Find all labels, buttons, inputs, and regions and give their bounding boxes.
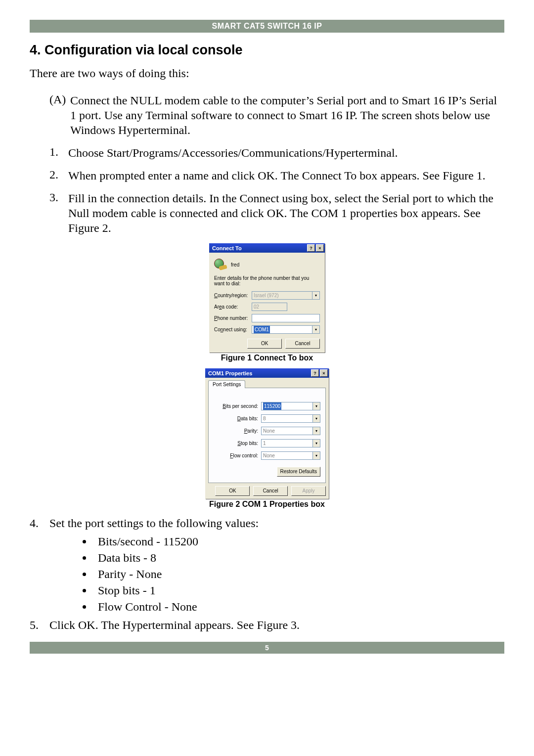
option-a-text: Connect the NULL modem cable to the comp… (68, 93, 504, 137)
stopbits-select[interactable]: 1 (261, 439, 313, 447)
help-icon[interactable]: ? (311, 369, 319, 377)
step-4: 4. Set the port settings to the followin… (30, 517, 504, 530)
step-text: Fill in the connection details. In the C… (68, 191, 504, 235)
label-databits: Data bits: (214, 416, 261, 421)
tab-port-settings[interactable]: Port Settings (208, 380, 245, 388)
connect-to-dialog: Connect To ? × fred Enter details for th… (209, 243, 325, 353)
close-icon[interactable]: × (316, 244, 324, 252)
section-heading: 4. Configuration via local console (30, 43, 504, 58)
list-item: Stop bits - 1 (93, 584, 504, 597)
help-icon[interactable]: ? (307, 244, 315, 252)
step-text: Set the port settings to the following v… (49, 517, 259, 530)
intro-text: There are two ways of doing this: (30, 67, 504, 80)
label-phone: Phone number: (214, 315, 252, 321)
chevron-down-icon[interactable]: ▾ (312, 451, 320, 460)
chevron-down-icon[interactable]: ▾ (312, 325, 320, 334)
list-item: Bits/second - 115200 (93, 535, 504, 548)
header-banner: SMART CAT5 SWITCH 16 IP (30, 20, 504, 33)
ok-button[interactable]: OK (215, 486, 250, 496)
flowcontrol-select[interactable]: None (261, 451, 313, 460)
apply-button[interactable]: Apply (291, 486, 326, 496)
step-text: Click OK. The Hyperterminal appears. See… (49, 619, 300, 632)
cancel-button[interactable]: Cancel (285, 339, 320, 349)
label-country: Country/region: (214, 293, 252, 298)
chevron-down-icon[interactable]: ▾ (312, 427, 320, 435)
label-parity: Parity: (214, 428, 261, 434)
list-item: Parity - None (93, 568, 504, 581)
cancel-button[interactable]: Cancel (253, 486, 288, 496)
dialog-titlebar: Connect To ? × (209, 243, 325, 253)
step-text: Choose Start/Programs/Accessories/Commun… (68, 145, 504, 160)
step-2: 2. When prompted enter a name and click … (30, 168, 504, 183)
label-connect-using: Connect using: (214, 327, 252, 332)
figure-1: Connect To ? × fred Enter details for th… (30, 243, 504, 353)
page-number-footer: 5 (30, 642, 504, 654)
dialog-title: COM1 Properties (208, 370, 252, 376)
list-item: Flow Control - None (93, 600, 504, 614)
figure-2: COM1 Properties ? × Port Settings Bits p… (30, 368, 504, 499)
step-text: When prompted enter a name and click OK.… (68, 168, 504, 183)
bps-select[interactable]: 115200 (261, 402, 313, 410)
list-item: Data bits - 8 (93, 551, 504, 565)
port-settings-pane: Bits per second: 115200▾ Data bits: 8▾ P… (208, 388, 326, 483)
connection-name: fred (231, 262, 239, 267)
label-flowcontrol: Flow control: (214, 453, 261, 458)
step-number: 5. (30, 619, 49, 632)
ok-button[interactable]: OK (247, 339, 282, 349)
step-number: 2. (30, 168, 68, 183)
label-stopbits: Stop bits: (214, 441, 261, 446)
step-number: 1. (30, 145, 68, 160)
close-icon[interactable]: × (320, 369, 328, 377)
figure-2-caption: Figure 2 COM 1 Properties box (30, 500, 504, 509)
step-number: 4. (30, 517, 49, 530)
label-bps: Bits per second: (214, 403, 261, 409)
connect-using-select[interactable]: COM1 (252, 325, 312, 334)
step-3: 3. Fill in the connection details. In th… (30, 191, 504, 235)
phone-number-input[interactable] (252, 314, 320, 322)
chevron-down-icon[interactable]: ▾ (312, 291, 320, 300)
databits-select[interactable]: 8 (261, 414, 313, 423)
connection-icon (214, 259, 228, 270)
dialog-title: Connect To (212, 245, 242, 251)
option-a-label: (A) (30, 93, 68, 137)
step-number: 3. (30, 191, 68, 235)
chevron-down-icon[interactable]: ▾ (312, 414, 320, 423)
label-area: Area code: (214, 304, 252, 310)
chevron-down-icon[interactable]: ▾ (312, 439, 320, 447)
port-settings-list: Bits/second - 115200 Data bits - 8 Parit… (30, 535, 504, 614)
chevron-down-icon[interactable]: ▾ (312, 402, 320, 410)
area-code-input[interactable]: 02 (252, 303, 287, 311)
com1-properties-dialog: COM1 Properties ? × Port Settings Bits p… (205, 368, 329, 499)
option-a: (A) Connect the NULL modem cable to the … (30, 93, 504, 137)
parity-select[interactable]: None (261, 427, 313, 435)
country-select[interactable]: Israel (972) (252, 291, 312, 300)
dialog-titlebar: COM1 Properties ? × (205, 368, 329, 378)
restore-defaults-button[interactable]: Restore Defaults (277, 467, 321, 477)
dialog-instruction: Enter details for the phone number that … (214, 275, 320, 286)
step-1: 1. Choose Start/Programs/Accessories/Com… (30, 145, 504, 160)
figure-1-caption: Figure 1 Connect To box (30, 354, 504, 362)
step-5: 5. Click OK. The Hyperterminal appears. … (30, 619, 504, 632)
